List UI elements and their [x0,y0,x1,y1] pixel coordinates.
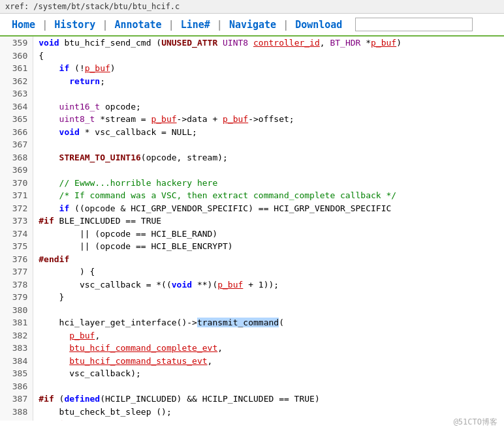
table-row: 371 /* If command was a VSC, then extrac… [0,189,504,202]
line-code: btu_check_bt_sleep (); [33,406,504,419]
line-code: // Ewww...horrible hackery here [33,177,504,190]
line-code: btu_hcif_command_complete_evt, [33,342,504,355]
nav-annotate[interactable]: Annotate [108,19,168,31]
table-row: 376 #endif [0,253,504,266]
nav-history[interactable]: History [48,19,102,31]
table-row: 379 } [0,291,504,304]
line-number: 362 [0,75,33,88]
line-number: 380 [0,304,33,317]
line-number: 387 [0,393,33,406]
line-number: 367 [0,138,33,151]
line-number: 363 [0,87,33,100]
watermark: @51CTO博客 [454,417,497,421]
line-number: 381 [0,316,33,329]
table-row: 389 #endif [0,418,504,421]
xref-bar: xref: /system/bt/stack/btu/btu_hcif.c [0,0,504,14]
line-number: 360 [0,50,33,63]
table-row: 377 ) { [0,265,504,278]
line-number: 369 [0,164,33,177]
line-code: #if (defined(HCILP_INCLUDED) && HCILP_IN… [33,393,504,406]
table-row: 386 [0,380,504,393]
line-code: || (opcode == HCI_BLE_RAND) [33,228,504,241]
line-code: hci_layer_get_interface()->transmit_comm… [33,316,504,329]
line-code: void btu_hcif_send_cmd (UNUSED_ATTR UINT… [33,37,504,50]
line-code: if ((opcode & HCI_GRP_VENDOR_SPECIFIC) =… [33,202,504,215]
table-row: 378 vsc_callback = *((void **)(p_buf + 1… [0,278,504,291]
line-number: 388 [0,406,33,419]
line-code: vsc_callback = *((void **)(p_buf + 1)); [33,278,504,291]
table-row: 384 btu_hcif_command_status_evt, [0,355,504,368]
line-number: 376 [0,253,33,266]
line-number: 365 [0,113,33,126]
nav-home[interactable]: Home [5,19,42,31]
table-row: 365 uint8_t *stream = p_buf->data + p_bu… [0,113,504,126]
table-row: 359 void btu_hcif_send_cmd (UNUSED_ATTR … [0,37,504,50]
line-code [33,87,504,100]
line-number: 364 [0,100,33,113]
line-number: 377 [0,265,33,278]
table-row: 361 if (!p_buf) [0,62,504,75]
line-number: 371 [0,189,33,202]
table-row: 372 if ((opcode & HCI_GRP_VENDOR_SPECIFI… [0,202,504,215]
table-row: 388 btu_check_bt_sleep (); [0,406,504,419]
line-number: 382 [0,329,33,342]
sep-1: | [42,19,48,31]
line-number: 386 [0,380,33,393]
line-number: 374 [0,228,33,241]
line-number: 370 [0,177,33,190]
table-row: 385 vsc_callback); [0,367,504,380]
line-code: #endif [33,418,504,421]
line-code: ) { [33,265,504,278]
line-code [33,304,504,317]
code-table: 359 void btu_hcif_send_cmd (UNUSED_ATTR … [0,37,504,421]
line-number: 378 [0,278,33,291]
table-row: 366 void * vsc_callback = NULL; [0,126,504,139]
line-number: 389 [0,418,33,421]
line-code [33,164,504,177]
table-row: 380 [0,304,504,317]
table-row: 383 btu_hcif_command_complete_evt, [0,342,504,355]
nav-line[interactable]: Line# [174,19,217,31]
xref-path: xref: /system/bt/stack/btu/btu_hcif.c [5,2,180,11]
table-row: 370 // Ewww...horrible hackery here [0,177,504,190]
table-row: 387 #if (defined(HCILP_INCLUDED) && HCIL… [0,393,504,406]
line-number: 375 [0,240,33,253]
nav-bar: Home | History | Annotate | Line# | Navi… [0,14,504,37]
line-code: { [33,50,504,63]
line-code: #if BLE_INCLUDED == TRUE [33,215,504,228]
line-number: 383 [0,342,33,355]
line-code: if (!p_buf) [33,62,504,75]
line-number: 379 [0,291,33,304]
line-code: btu_hcif_command_status_evt, [33,355,504,368]
line-code: uint16_t opcode; [33,100,504,113]
line-code [33,138,504,151]
line-number: 373 [0,215,33,228]
line-number: 384 [0,355,33,368]
line-number: 366 [0,126,33,139]
line-code: || (opcode == HCI_BLE_ENCRYPT) [33,240,504,253]
nav-navigate[interactable]: Navigate [223,19,283,31]
line-code: vsc_callback); [33,367,504,380]
sep-5: | [283,19,289,31]
table-row: 373 #if BLE_INCLUDED == TRUE [0,215,504,228]
search-input[interactable] [355,18,473,31]
line-number: 361 [0,62,33,75]
line-code: STREAM_TO_UINT16(opcode, stream); [33,151,504,164]
line-code: return; [33,75,504,88]
table-row: 382 p_buf, [0,329,504,342]
sep-3: | [168,19,174,31]
nav-download[interactable]: Download [289,19,349,31]
table-row: 367 [0,138,504,151]
line-number: 385 [0,367,33,380]
line-number: 359 [0,37,33,50]
table-row: 360 { [0,50,504,63]
table-row: 364 uint16_t opcode; [0,100,504,113]
code-area[interactable]: 359 void btu_hcif_send_cmd (UNUSED_ATTR … [0,37,504,421]
sep-4: | [217,19,223,31]
table-row: 381 hci_layer_get_interface()->transmit_… [0,316,504,329]
line-code: p_buf, [33,329,504,342]
line-code: uint8_t *stream = p_buf->data + p_buf->o… [33,113,504,126]
table-row: 363 [0,87,504,100]
table-row: 369 [0,164,504,177]
table-row: 362 return; [0,75,504,88]
